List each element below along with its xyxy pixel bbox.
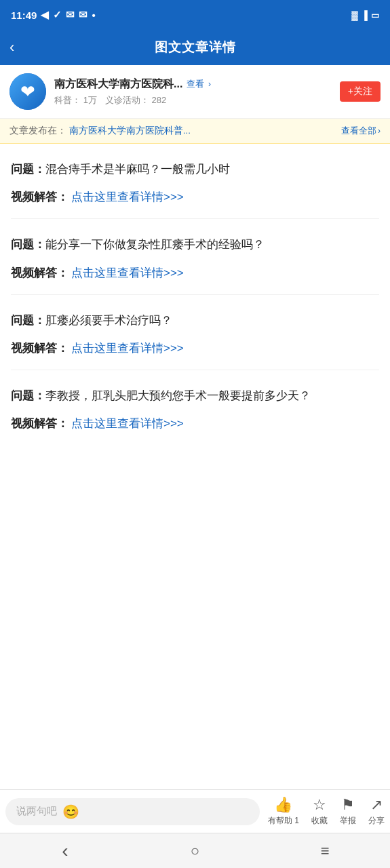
location-icon: ◀ bbox=[41, 9, 49, 21]
author-meta: 科普： 1万 义诊活动： 282 bbox=[54, 94, 340, 106]
header: ‹ 图文文章详情 bbox=[0, 30, 390, 65]
chevron-right-icon: › bbox=[208, 79, 211, 89]
toolbar-action-label-2: 举报 bbox=[340, 815, 356, 827]
notice-channel: 南方医科大学南方医院科普... bbox=[69, 125, 191, 136]
question-line: 问题：混合痔手术是半麻吗？一般需几小时 bbox=[11, 160, 379, 178]
comment-input-area[interactable]: 说两句吧 😊 bbox=[5, 798, 260, 825]
nav-back-button[interactable]: ‹ bbox=[45, 837, 85, 865]
author-info: 南方医科大学南方医院科... 查看 › 科普： 1万 义诊活动： 282 bbox=[54, 77, 340, 106]
content-area: 问题：混合痔手术是半麻吗？一般需几小时视频解答：点击这里查看详情>>>问题：能分… bbox=[0, 144, 390, 789]
kepu-label: 科普： 1万 bbox=[54, 94, 97, 106]
toolbar-action-3[interactable]: ↗ 分享 bbox=[368, 796, 385, 827]
toolbar-action-2[interactable]: ⚑ 举报 bbox=[340, 796, 356, 827]
follow-button[interactable]: +关注 bbox=[340, 81, 381, 102]
question-line: 问题：李教授，肛乳头肥大预约您手术一般要提前多少天？ bbox=[11, 387, 379, 405]
check-icon: ✓ bbox=[53, 9, 62, 21]
time-label: 11:49 bbox=[11, 9, 37, 21]
answer-line: 视频解答：点击这里查看详情>>> bbox=[11, 188, 379, 206]
answer-link[interactable]: 点击这里查看详情>>> bbox=[71, 414, 184, 433]
mail2-icon: ✉ bbox=[79, 9, 87, 21]
nav-home-button[interactable]: ○ bbox=[174, 837, 215, 865]
qa-item: 问题：李教授，肛乳头肥大预约您手术一般要提前多少天？视频解答：点击这里查看详情>… bbox=[11, 370, 379, 445]
answer-link[interactable]: 点击这里查看详情>>> bbox=[71, 188, 184, 206]
answer-label: 视频解答： bbox=[11, 339, 69, 357]
toolbar-actions: 👍 有帮助 1 ☆ 收藏 ⚑ 举报 ↗ 分享 bbox=[268, 796, 385, 827]
wifi-icon: ▓ bbox=[351, 10, 357, 20]
answer-line: 视频解答：点击这里查看详情>>> bbox=[11, 414, 379, 433]
chevron-right-icon: › bbox=[378, 126, 381, 136]
answer-link[interactable]: 点击这里查看详情>>> bbox=[71, 264, 184, 282]
question-line: 问题：肛瘘必须要手术治疗吗？ bbox=[11, 311, 379, 330]
toolbar-action-icon-0: 👍 bbox=[274, 796, 292, 814]
dot-icon: • bbox=[92, 9, 95, 21]
question-text: 混合痔手术是半麻吗？一般需几小时 bbox=[45, 163, 230, 176]
status-bar-right: ▓ ▐ ▭ bbox=[351, 10, 379, 20]
question-label: 问题： bbox=[11, 389, 45, 402]
avatar-inner: ❤ bbox=[9, 73, 46, 110]
toolbar-action-label-3: 分享 bbox=[368, 815, 385, 827]
nav-menu-button[interactable]: ≡ bbox=[305, 837, 345, 865]
toolbar-action-icon-2: ⚑ bbox=[341, 796, 355, 814]
answer-label: 视频解答： bbox=[11, 264, 69, 282]
toolbar-action-icon-3: ↗ bbox=[370, 796, 383, 814]
toolbar-action-label-1: 收藏 bbox=[311, 815, 328, 827]
answer-label: 视频解答： bbox=[11, 414, 69, 433]
emoji-icon[interactable]: 😊 bbox=[62, 804, 79, 820]
yizhen-label: 义诊活动： 282 bbox=[105, 94, 166, 106]
toolbar-action-0[interactable]: 👍 有帮助 1 bbox=[268, 796, 299, 827]
nav-bar: ‹ ○ ≡ bbox=[0, 833, 390, 868]
question-text: 肛瘘必须要手术治疗吗？ bbox=[45, 314, 172, 327]
question-text: 能分享一下你做复杂性肛瘘手术的经验吗？ bbox=[45, 238, 265, 251]
page-title: 图文文章详情 bbox=[155, 39, 236, 56]
status-bar: 11:49 ◀ ✓ ✉ ✉ • ▓ ▐ ▭ bbox=[0, 0, 390, 30]
qa-item: 问题：肛瘘必须要手术治疗吗？视频解答：点击这里查看详情>>> bbox=[11, 295, 379, 370]
avatar-heart-icon: ❤ bbox=[20, 81, 35, 102]
question-label: 问题： bbox=[11, 163, 45, 176]
author-name-row: 南方医科大学南方医院科... 查看 › bbox=[54, 77, 340, 92]
answer-label: 视频解答： bbox=[11, 188, 69, 206]
question-line: 问题：能分享一下你做复杂性肛瘘手术的经验吗？ bbox=[11, 235, 379, 254]
answer-line: 视频解答：点击这里查看详情>>> bbox=[11, 339, 379, 357]
question-label: 问题： bbox=[11, 314, 45, 327]
question-text: 李教授，肛乳头肥大预约您手术一般要提前多少天？ bbox=[45, 389, 311, 402]
toolbar-action-1[interactable]: ☆ 收藏 bbox=[311, 796, 328, 827]
answer-line: 视频解答：点击这里查看详情>>> bbox=[11, 264, 379, 282]
avatar[interactable]: ❤ bbox=[9, 73, 46, 110]
author-name[interactable]: 南方医科大学南方医院科... bbox=[54, 77, 182, 92]
qa-item: 问题：能分享一下你做复杂性肛瘘手术的经验吗？视频解答：点击这里查看详情>>> bbox=[11, 219, 379, 294]
battery-icon: ▭ bbox=[371, 10, 379, 20]
mail-icon: ✉ bbox=[66, 9, 75, 21]
toolbar-action-icon-1: ☆ bbox=[313, 796, 326, 814]
notice-bar: 文章发布在： 南方医科大学南方医院科普... 查看全部 › bbox=[0, 119, 390, 144]
answer-link[interactable]: 点击这里查看详情>>> bbox=[71, 339, 184, 357]
toolbar-action-label-0: 有帮助 1 bbox=[268, 815, 299, 827]
bottom-toolbar: 说两句吧 😊 👍 有帮助 1 ☆ 收藏 ⚑ 举报 ↗ 分享 bbox=[0, 789, 390, 833]
qa-item: 问题：混合痔手术是半麻吗？一般需几小时视频解答：点击这里查看详情>>> bbox=[11, 144, 379, 219]
question-label: 问题： bbox=[11, 238, 45, 251]
signal-icon: ▐ bbox=[362, 10, 368, 20]
notice-bar-text: 文章发布在： 南方医科大学南方医院科普... bbox=[9, 125, 191, 137]
comment-placeholder[interactable]: 说两句吧 bbox=[16, 805, 57, 818]
author-look-link[interactable]: 查看 › bbox=[187, 78, 211, 90]
status-bar-left: 11:49 ◀ ✓ ✉ ✉ • bbox=[11, 9, 96, 21]
notice-bar-link[interactable]: 查看全部 › bbox=[341, 125, 381, 137]
back-button[interactable]: ‹ bbox=[9, 39, 14, 56]
author-card: ❤ 南方医科大学南方医院科... 查看 › 科普： 1万 义诊活动： 282 +… bbox=[0, 65, 390, 119]
